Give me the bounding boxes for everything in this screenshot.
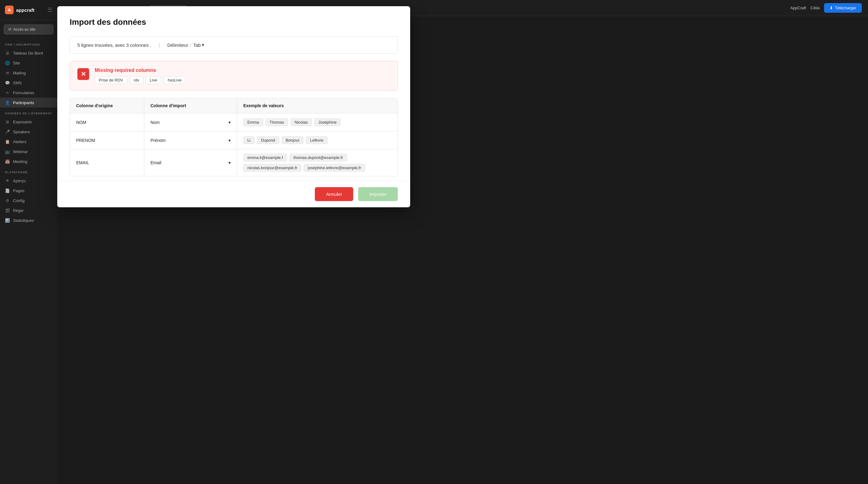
sidebar-item-apercu[interactable]: 👁 Aperçu xyxy=(0,176,57,186)
webinar-icon: 📺 xyxy=(5,149,10,154)
sidebar: A appcraft ☰ ⟳ Accès au site CRM / INSCR… xyxy=(0,0,57,484)
delimiter-select[interactable]: Tab ▾ xyxy=(193,42,204,48)
error-tag-0: Prise de RDV xyxy=(95,76,127,84)
value-tag: Emma xyxy=(243,118,263,126)
error-title: Missing required columns xyxy=(95,67,185,73)
value-tag: joséphine.lefevre@example.fr xyxy=(304,164,365,172)
td-import-1[interactable]: Prénom ▾ xyxy=(144,132,237,149)
participants-icon: 👤 xyxy=(5,100,10,105)
table-row: PRENOM Prénom ▾ Li Dupond Bonjour Lefèvr… xyxy=(70,132,398,149)
import-select-nom[interactable]: Nom ▾ xyxy=(150,120,230,125)
value-tag: Joséphine xyxy=(314,118,341,126)
top-app-label: AppCraft xyxy=(790,6,806,10)
pages-icon: 📄 xyxy=(5,188,10,193)
td-origin-1: PRENOM xyxy=(70,132,144,149)
sidebar-item-site[interactable]: 🌐 Site xyxy=(0,58,57,68)
error-tag-2: Live xyxy=(146,76,161,84)
td-import-2[interactable]: Email ▾ xyxy=(144,149,237,176)
sidebar-item-meeting[interactable]: 📅 Meeting xyxy=(0,156,57,166)
chevron-down-icon: ▾ xyxy=(228,120,230,125)
th-import: Colonne d'import xyxy=(144,98,237,113)
ateliers-icon: 📋 xyxy=(5,139,10,144)
td-examples-0: Emma Thomas Nicolas Joséphine xyxy=(237,113,398,131)
platform-section-label: PLATEFORME xyxy=(0,166,57,176)
import-select-email[interactable]: Email ▾ xyxy=(150,160,230,165)
mailing-icon: ✉ xyxy=(5,70,10,75)
error-tag-1: rdv xyxy=(130,76,143,84)
td-origin-0: NOM xyxy=(70,113,144,131)
th-examples: Exemple de valeurs xyxy=(237,98,398,113)
table-row: EMAIL Email ▾ emma.li@example.f thomas.d… xyxy=(70,149,398,176)
logo-icon: A xyxy=(5,6,13,14)
top-user-label: Célia xyxy=(810,6,820,10)
dashboard-icon: ⊞ xyxy=(5,51,10,55)
chevron-down-icon: ▾ xyxy=(202,42,204,48)
download-button[interactable]: ⬇ Télécharger xyxy=(824,3,862,13)
meeting-icon: 📅 xyxy=(5,159,10,164)
value-tag: Bonjour xyxy=(282,136,304,144)
access-icon: ⟳ xyxy=(8,27,11,32)
delimiter-label: Délimiteur : xyxy=(167,42,191,48)
chevron-down-icon: ▾ xyxy=(228,138,230,143)
error-tag-3: hasLive xyxy=(164,76,186,84)
delimiter-section: Délimiteur : Tab ▾ xyxy=(167,42,204,48)
td-examples-1: Li Dupond Bonjour Lefèvre xyxy=(237,132,398,149)
cancel-button[interactable]: Annuler xyxy=(315,187,353,201)
sidebar-item-tableau-de-bord[interactable]: ⊞ Tableau De Bord xyxy=(0,48,57,58)
sidebar-item-statistiques[interactable]: 📊 Statistiques xyxy=(0,215,57,225)
td-import-0[interactable]: Nom ▾ xyxy=(144,113,237,131)
sidebar-item-speakers[interactable]: 🎤 Speakers xyxy=(0,127,57,137)
sidebar-item-formulaires[interactable]: ✏ Formulaires xyxy=(0,88,57,97)
sidebar-logo: A appcraft ☰ xyxy=(0,0,57,20)
sidebar-item-pages[interactable]: 📄 Pages xyxy=(0,186,57,196)
topbar-right: AppCraft Célia ⬇ Télécharger xyxy=(790,3,862,13)
access-site-button[interactable]: ⟳ Accès au site xyxy=(4,25,54,34)
sms-icon: 💬 xyxy=(5,80,10,85)
sidebar-item-config[interactable]: ⚙ Config xyxy=(0,196,57,205)
error-box: ✕ Missing required columns Prise de RDV … xyxy=(70,61,398,90)
table-row: NOM Nom ▾ Emma Thomas Nicolas Joséphine xyxy=(70,113,398,132)
site-icon: 🌐 xyxy=(5,60,10,65)
event-section-label: DONNÉES DE L'ÉVÉNEMENT xyxy=(0,108,57,117)
sidebar-item-sms[interactable]: 💬 SMS xyxy=(0,78,57,88)
error-icon: ✕ xyxy=(78,68,89,80)
exposants-icon: ⊞ xyxy=(5,119,10,124)
modal-title: Import des données xyxy=(70,17,398,27)
table-header: Colonne d'origine Colonne d'import Exemp… xyxy=(70,98,398,113)
td-origin-2: EMAIL xyxy=(70,149,144,176)
value-tag: Nicolas xyxy=(291,118,312,126)
import-button[interactable]: Importer xyxy=(358,187,398,201)
download-icon: ⬇ xyxy=(830,6,833,10)
statistiques-icon: 📊 xyxy=(5,218,10,223)
lines-info: 5 lignes trouvées, avec 3 colonnes . xyxy=(78,42,151,48)
chevron-down-icon: ▾ xyxy=(228,160,230,165)
value-tag: nicolas.bonjour@example.fr xyxy=(243,164,301,172)
regie-icon: 🎬 xyxy=(5,208,10,213)
formulaires-icon: ✏ xyxy=(5,90,10,95)
modal-footer: Annuler Importer xyxy=(57,181,410,207)
th-origin: Colonne d'origine xyxy=(70,98,144,113)
value-tag: thomas.dupont@example.fr xyxy=(289,154,347,162)
menu-icon[interactable]: ☰ xyxy=(48,6,52,13)
delimiter-value: Tab xyxy=(193,42,200,48)
sidebar-item-participants[interactable]: 👤 Participants xyxy=(0,97,57,108)
import-select-prenom[interactable]: Prénom ▾ xyxy=(150,138,230,143)
value-tag: emma.li@example.f xyxy=(243,154,287,162)
sidebar-item-ateliers[interactable]: 📋 Ateliers xyxy=(0,137,57,147)
error-content: Missing required columns Prise de RDV rd… xyxy=(95,67,185,84)
sidebar-item-webinar[interactable]: 📺 Webinar xyxy=(0,147,57,156)
import-modal: Import des données 5 lignes trouvées, av… xyxy=(57,6,410,207)
logo-text: appcraft xyxy=(16,7,34,13)
info-bar: 5 lignes trouvées, avec 3 colonnes . | D… xyxy=(70,36,398,54)
speakers-icon: 🎤 xyxy=(5,129,10,134)
sidebar-item-exposants[interactable]: ⊞ Exposants xyxy=(0,117,57,127)
crm-section-label: CRM / INSCRIPTIONS xyxy=(0,39,57,48)
value-tag: Dupond xyxy=(257,136,279,144)
mapping-table: Colonne d'origine Colonne d'import Exemp… xyxy=(70,98,398,176)
apercu-icon: 👁 xyxy=(5,178,10,183)
td-examples-2: emma.li@example.f thomas.dupont@example.… xyxy=(237,149,398,176)
error-tags: Prise de RDV rdv Live hasLive xyxy=(95,76,185,84)
separator: | xyxy=(158,42,160,48)
sidebar-item-regie[interactable]: 🎬 Régie xyxy=(0,205,57,215)
sidebar-item-mailing[interactable]: ✉ Mailing xyxy=(0,68,57,78)
